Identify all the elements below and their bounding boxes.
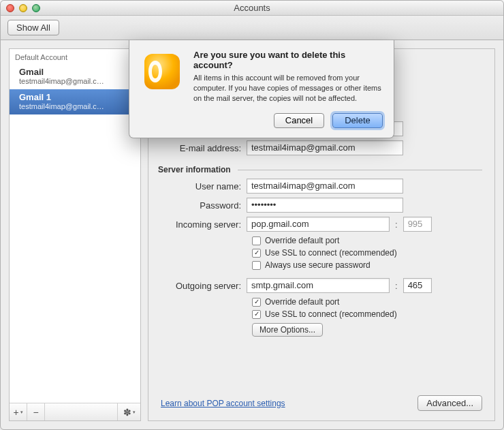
accounts-window: Accounts Show All Default Account Gmail … xyxy=(0,0,504,430)
checkbox-in-override[interactable] xyxy=(252,236,261,245)
cancel-button[interactable]: Cancel xyxy=(274,113,324,128)
section-server-info: Server information xyxy=(158,165,231,174)
label-outgoing: Outgoing server: xyxy=(158,281,247,291)
learn-link[interactable]: Learn about POP account settings xyxy=(161,399,285,408)
account-name: Gmail xyxy=(19,67,135,77)
sidebar-bottom-bar: +▾ − ✽▾ xyxy=(10,403,140,420)
delete-confirm-dialog: Are you sure you want to delete this acc… xyxy=(129,40,394,138)
incoming-server-input[interactable]: pop.gmail.com xyxy=(247,217,390,232)
label-in-ssl: Use SSL to connect (recommended) xyxy=(265,248,397,258)
port-separator: : xyxy=(390,281,403,291)
label-out-override: Override default port xyxy=(265,297,339,307)
outgoing-server-input[interactable]: smtp.gmail.com xyxy=(247,278,390,293)
label-in-secure: Always use secure password xyxy=(265,260,371,270)
outgoing-port-input[interactable]: 465 xyxy=(403,278,432,293)
label-email: E-mail address: xyxy=(158,143,247,153)
dialog-message: All items in this account will be remove… xyxy=(193,73,383,104)
label-out-ssl: Use SSL to connect (recommended) xyxy=(265,309,397,319)
sidebar-header: Default Account xyxy=(10,49,140,64)
minus-icon: − xyxy=(33,407,38,418)
label-password: Password: xyxy=(158,200,247,211)
label-incoming: Incoming server: xyxy=(158,219,247,230)
checkbox-in-secure[interactable] xyxy=(252,261,261,270)
label-in-override: Override default port xyxy=(265,236,339,245)
checkbox-out-ssl[interactable] xyxy=(252,310,261,319)
accounts-sidebar: Default Account Gmail testmail4imap@gmai… xyxy=(9,48,141,421)
window-title: Accounts xyxy=(1,3,503,13)
account-item-gmail[interactable]: Gmail testmail4imap@gmail.c… xyxy=(10,64,140,89)
delete-button[interactable]: Delete xyxy=(332,113,383,128)
account-name: Gmail 1 xyxy=(19,92,135,102)
label-user-name: User name: xyxy=(158,181,247,191)
dialog-title: Are you sure you want to delete this acc… xyxy=(193,50,383,70)
chevron-down-icon: ▾ xyxy=(20,410,23,415)
user-name-input[interactable]: testmail4imap@gmail.com xyxy=(247,179,403,194)
chevron-down-icon: ▾ xyxy=(133,410,136,415)
checkbox-out-override[interactable] xyxy=(252,298,261,307)
titlebar: Accounts xyxy=(1,1,503,16)
account-actions-button[interactable]: ✽▾ xyxy=(117,403,140,420)
account-email: testmail4imap@gmail.c… xyxy=(19,77,135,85)
port-separator: : xyxy=(390,219,403,230)
more-options-button[interactable]: More Options... xyxy=(252,323,323,337)
gear-icon: ✽ xyxy=(123,407,131,418)
account-email: testmail4imap@gmail.c… xyxy=(19,102,135,110)
password-input[interactable]: •••••••• xyxy=(247,198,403,213)
incoming-port-input[interactable]: 995 xyxy=(403,217,432,232)
add-account-button[interactable]: +▾ xyxy=(10,403,27,420)
checkbox-in-ssl[interactable] xyxy=(252,249,261,258)
plus-icon: + xyxy=(13,407,18,418)
account-item-gmail-1[interactable]: Gmail 1 testmail4imap@gmail.c… xyxy=(10,89,140,114)
advanced-button[interactable]: Advanced... xyxy=(418,395,482,411)
show-all-button[interactable]: Show All xyxy=(7,20,59,35)
toolbar: Show All xyxy=(1,16,503,40)
remove-account-button[interactable]: − xyxy=(27,403,45,420)
email-input[interactable]: testmail4imap@gmail.com xyxy=(247,140,403,155)
outlook-app-icon xyxy=(140,50,184,93)
